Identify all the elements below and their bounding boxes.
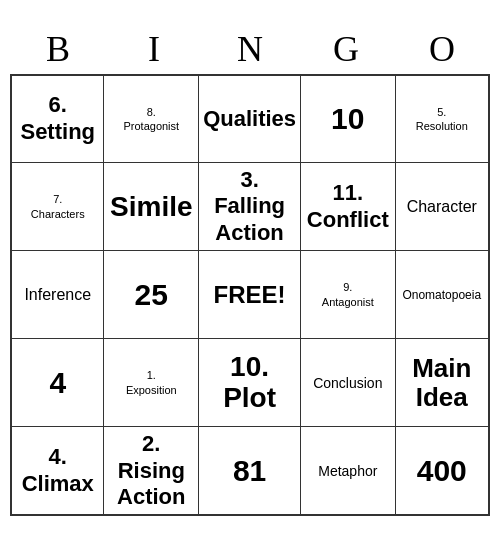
cell-r5c2: 2.RisingAction: [104, 427, 199, 516]
cell-r2c1: 7. Characters: [11, 163, 104, 251]
cell-r3c1: Inference: [11, 251, 104, 339]
cell-r1c1: 6.Setting: [11, 75, 104, 163]
cell-r3c3: FREE!: [199, 251, 301, 339]
cell-r3c4: 9. Antagonist: [301, 251, 396, 339]
table-row: Inference 25 FREE! 9. Antagonist Onomato…: [11, 251, 489, 339]
cell-r1c2: 8. Protagonist: [104, 75, 199, 163]
header-i: I: [106, 28, 202, 70]
header-b: B: [10, 28, 106, 70]
cell-r5c1: 4.Climax: [11, 427, 104, 516]
cell-r5c5: 400: [395, 427, 489, 516]
table-row: 4 1. Exposition 10.Plot Conclusion MainI…: [11, 339, 489, 427]
cell-r1c3: Qualities: [199, 75, 301, 163]
cell-r4c5: MainIdea: [395, 339, 489, 427]
cell-r1c4: 10: [301, 75, 396, 163]
cell-r2c5: Character: [395, 163, 489, 251]
header-o: O: [394, 28, 490, 70]
cell-r3c2: 25: [104, 251, 199, 339]
cell-r4c3: 10.Plot: [199, 339, 301, 427]
cell-r4c1: 4: [11, 339, 104, 427]
cell-r2c3: 3.FallingAction: [199, 163, 301, 251]
cell-r5c4: Metaphor: [301, 427, 396, 516]
cell-r2c4: 11.Conflict: [301, 163, 396, 251]
header-n: N: [202, 28, 298, 70]
header-g: G: [298, 28, 394, 70]
table-row: 4.Climax 2.RisingAction 81 Metaphor 400: [11, 427, 489, 516]
cell-r5c3: 81: [199, 427, 301, 516]
cell-r3c5: Onomatopoeia: [395, 251, 489, 339]
cell-r4c2: 1. Exposition: [104, 339, 199, 427]
cell-r2c2: Simile: [104, 163, 199, 251]
bingo-card: B I N G O 6.Setting 8. Protagonist Quali…: [10, 28, 490, 517]
cell-r1c5: 5. Resolution: [395, 75, 489, 163]
bingo-header: B I N G O: [10, 28, 490, 70]
table-row: 6.Setting 8. Protagonist Qualities 10 5: [11, 75, 489, 163]
table-row: 7. Characters Simile 3.FallingAction 11.…: [11, 163, 489, 251]
bingo-grid: 6.Setting 8. Protagonist Qualities 10 5: [10, 74, 490, 517]
cell-r4c4: Conclusion: [301, 339, 396, 427]
